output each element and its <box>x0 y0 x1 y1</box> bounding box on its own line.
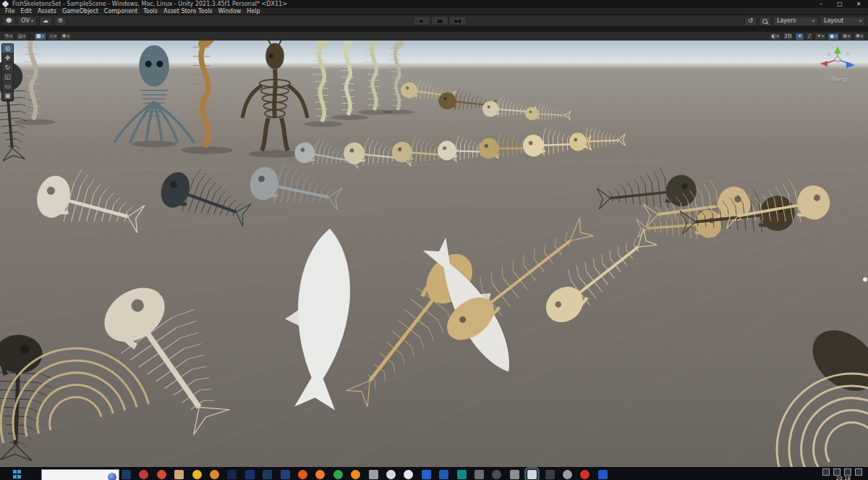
cloud-button[interactable]: ☁ <box>39 17 52 26</box>
gizmos-dropdown[interactable]: ⊕▾ <box>841 33 852 41</box>
battery-icon[interactable] <box>833 468 841 476</box>
menu-item-component[interactable]: Component <box>101 8 140 14</box>
increment-snap[interactable]: ✥▾ <box>60 33 72 41</box>
taskbar-app-icon[interactable] <box>174 470 184 479</box>
play-controls: ▶▮▮▶▮ <box>412 16 467 25</box>
scale-tool[interactable]: ◱ <box>2 72 13 82</box>
move-tool[interactable]: ✥ <box>2 54 13 63</box>
windows-taskbar: 20:18 <box>0 467 868 480</box>
taskbar-app-icon[interactable] <box>227 470 237 479</box>
taskbar-app-icon[interactable] <box>333 470 343 479</box>
menu-item-gameobject[interactable]: GameObject <box>59 8 101 14</box>
projection-mode-label[interactable]: ‹ Persp <box>814 77 861 83</box>
increment-snap-icon: ✥ <box>62 33 67 39</box>
effects-dropdown-icon: ✶ <box>817 33 821 39</box>
taskbar-app-icon[interactable] <box>563 470 572 479</box>
taskbar-app-icon[interactable] <box>351 470 360 479</box>
scene-viewport[interactable]: ⊙✥↻◱▭▣ ‹ Persp <box>0 41 868 467</box>
taskbar-app-icon[interactable] <box>210 470 219 479</box>
effects-dropdown[interactable]: ✶▾ <box>814 33 826 41</box>
menu-item-tools[interactable]: Tools <box>140 8 161 14</box>
view-tool[interactable]: ⊙ <box>2 44 13 54</box>
org-dropdown[interactable]: OV ▾ <box>17 17 37 26</box>
title-bar: FishSkeletonsSet - SampleScene - Windows… <box>0 0 868 8</box>
taskbar-app-icon[interactable] <box>315 470 325 479</box>
taskbar-app-icon[interactable] <box>545 470 555 479</box>
taskbar-app-icon[interactable] <box>404 470 413 479</box>
y-axis-cone[interactable] <box>834 46 841 54</box>
x-axis-cone[interactable] <box>820 61 827 67</box>
lighting-toggle[interactable]: ☀ <box>795 33 804 41</box>
tool-settings[interactable]: ✎▾ <box>3 33 14 41</box>
menu-item-edit[interactable]: Edit <box>17 8 35 14</box>
volume-icon[interactable] <box>844 468 851 476</box>
taskbar-search-input[interactable] <box>41 469 119 480</box>
audio-toggle[interactable]: ♪ <box>806 33 813 41</box>
taskbar-clock[interactable]: 20:18 <box>836 476 851 480</box>
pause-button[interactable]: ▮▮ <box>431 16 448 25</box>
minimize-button[interactable]: – <box>812 0 830 8</box>
maximize-button[interactable]: □ <box>830 0 849 8</box>
menu-item-assets[interactable]: Assets <box>35 8 59 14</box>
pivot-dropdown-icon: ◎ <box>18 33 22 39</box>
taskbar-app-icon[interactable] <box>369 470 378 479</box>
camera-dropdown-icon: ◉ <box>830 33 834 39</box>
lighting-toggle-icon: ☀ <box>797 33 801 39</box>
chevron-down-icon: ▾ <box>54 33 56 39</box>
taskbar-app-icon[interactable] <box>139 470 148 479</box>
taskbar-app-icon[interactable] <box>245 470 255 479</box>
snap-dropdown[interactable]: ∪▾ <box>48 33 59 41</box>
search-button[interactable] <box>759 17 771 26</box>
chevron-down-icon: ▾ <box>10 33 12 39</box>
window-title: FishSkeletonsSet - SampleScene - Windows… <box>12 1 287 7</box>
z-axis-cone[interactable] <box>846 62 855 68</box>
taskbar-app-icon[interactable] <box>386 470 396 479</box>
window-controls: – □ ✕ <box>812 0 868 8</box>
draw-mode-dropdown[interactable]: ◐▾ <box>769 33 780 41</box>
taskbar-app-icon[interactable] <box>439 470 448 479</box>
taskbar-app-icon[interactable] <box>598 470 608 479</box>
layers-dropdown[interactable]: Layers ▾ <box>773 17 818 26</box>
taskbar-app-icon[interactable] <box>510 470 519 479</box>
undo-history-button[interactable]: ↺ <box>744 17 757 26</box>
grid-visibility[interactable]: ▦▾ <box>34 33 46 41</box>
gizmo-axes <box>820 46 855 68</box>
taskbar-app-icon[interactable] <box>298 470 307 479</box>
scene-object-dot[interactable] <box>863 277 867 282</box>
menu-item-asset-store-tools[interactable]: Asset Store Tools <box>161 8 216 14</box>
services-gear-button[interactable]: ⚙ <box>54 17 67 26</box>
layout-dropdown[interactable]: Layout ▾ <box>820 17 865 26</box>
menu-item-window[interactable]: Window <box>216 8 244 14</box>
taskbar-app-icon[interactable] <box>122 470 131 479</box>
menu-item-file[interactable]: File <box>2 8 17 14</box>
pan-dropdown[interactable]: ✥▾ <box>854 33 865 41</box>
taskbar-app-icon[interactable] <box>192 470 202 479</box>
chevron-down-icon: ▾ <box>822 33 824 39</box>
taskbar-app-icon[interactable] <box>263 470 272 479</box>
play-button[interactable]: ▶ <box>413 16 430 25</box>
notifications-icon[interactable] <box>855 468 862 476</box>
menu-item-help[interactable]: Help <box>244 8 263 14</box>
rect-tool[interactable]: ▭ <box>2 82 13 91</box>
taskbar-app-icon[interactable] <box>281 470 290 479</box>
snap-dropdown-icon: ∪ <box>50 33 54 39</box>
account-button[interactable]: ☻ <box>2 17 15 26</box>
start-button[interactable] <box>13 470 22 479</box>
taskbar-app-icon[interactable] <box>527 470 537 479</box>
taskbar-app-icon[interactable] <box>475 470 484 479</box>
transform-tool[interactable]: ▣ <box>2 91 13 101</box>
2d-toggle[interactable]: 2D <box>783 33 794 41</box>
taskbar-app-icon[interactable] <box>457 470 467 479</box>
layout-label: Layout <box>824 17 843 25</box>
camera-dropdown[interactable]: ◉▾ <box>827 33 839 41</box>
close-button[interactable]: ✕ <box>849 0 868 8</box>
taskbar-app-icon[interactable] <box>422 470 431 479</box>
pivot-dropdown[interactable]: ◎▾ <box>16 33 27 41</box>
orientation-gizmo[interactable]: ‹ Persp <box>814 45 861 83</box>
rotate-tool[interactable]: ↻ <box>2 63 13 72</box>
taskbar-app-icon[interactable] <box>157 470 166 479</box>
step-button[interactable]: ▶▮ <box>449 16 467 25</box>
taskbar-app-icon[interactable] <box>492 470 501 479</box>
taskbar-app-icon[interactable] <box>580 470 590 479</box>
network-icon[interactable] <box>822 468 830 476</box>
